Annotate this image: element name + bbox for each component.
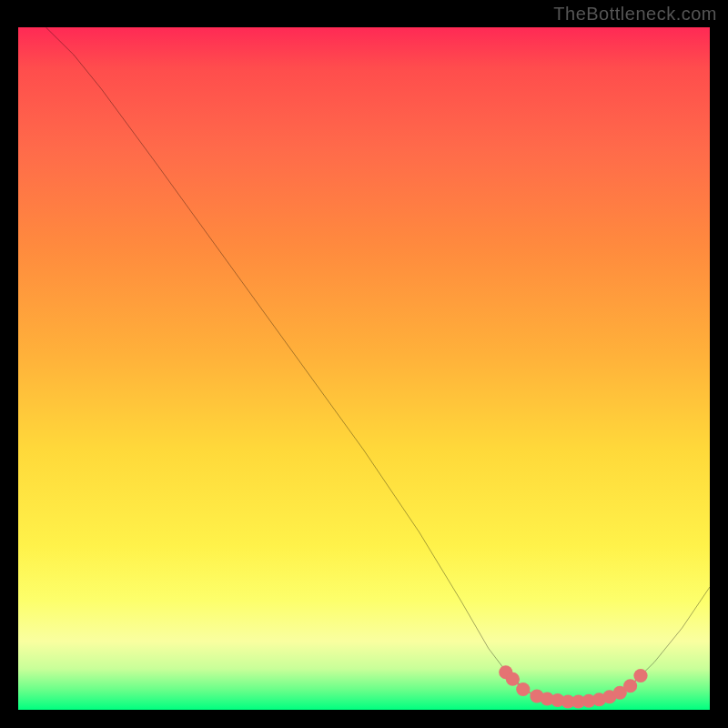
attribution-text: TheBottleneck.com bbox=[553, 4, 717, 25]
highlight-marker bbox=[633, 669, 647, 682]
highlight-marker bbox=[623, 679, 637, 693]
chart-root: TheBottleneck.com bbox=[0, 0, 728, 728]
highlight-marker bbox=[506, 672, 520, 686]
chart-svg bbox=[18, 27, 710, 710]
plot-area bbox=[18, 27, 710, 710]
highlight-markers bbox=[499, 665, 647, 708]
bottleneck-curve bbox=[46, 27, 710, 702]
highlight-marker bbox=[516, 682, 530, 696]
